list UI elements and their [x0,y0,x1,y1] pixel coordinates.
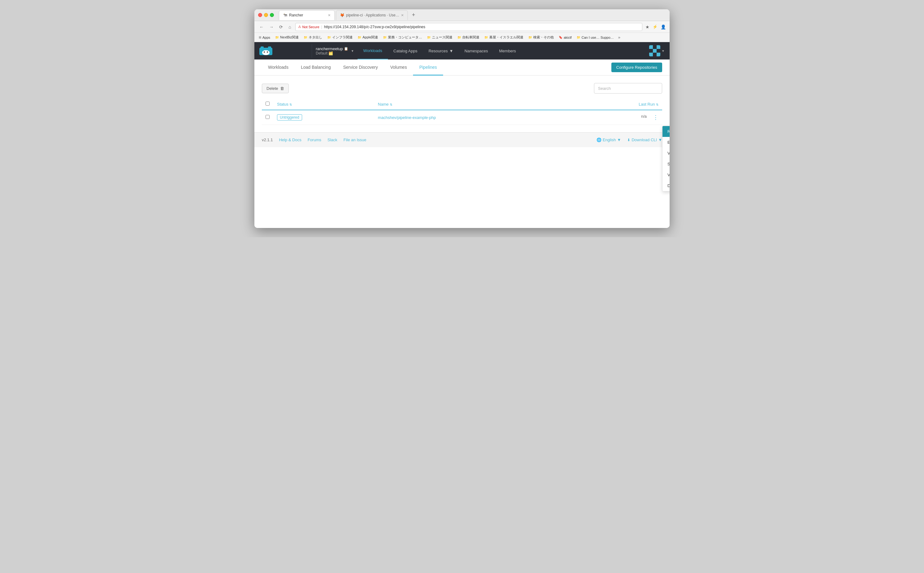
menu-item-setting[interactable]: Setting ⚙ [662,158,670,169]
bookmark-nextbiz[interactable]: 📁 NextBiz関連 [273,34,301,40]
bookmark-apple[interactable]: 📁 Apple関連 [356,34,380,40]
configure-repositories-button[interactable]: Configure Repositories [611,63,662,72]
browser-tab-rancher[interactable]: 🐄 Rancher ✕ [279,10,335,20]
bookmark-apps[interactable]: ⊞ Apps [257,35,272,40]
menu-item-view-edit-yaml[interactable]: View/Edit YAML 📄 [662,148,670,158]
nav-resources[interactable]: Resources ▼ [423,42,459,59]
menu-item-view-api[interactable]: View in API 🔗 [662,169,670,180]
nav-catalog-apps[interactable]: Catalog Apps [388,42,423,59]
help-docs-link[interactable]: Help & Docs [279,138,301,142]
toolbar: Delete 🗑 [262,83,662,94]
pipeline-link[interactable]: machshev/pipeline-example-php [378,115,436,120]
home-button[interactable]: ⌂ [287,23,292,31]
search-wrapper [594,83,662,94]
bookmark-bike[interactable]: 📁 自転車関連 [455,34,481,40]
tab-volumes[interactable]: Volumes [384,60,413,75]
forums-link[interactable]: Forums [308,138,321,142]
bookmark-bike-label: 自転車関連 [462,35,479,40]
bookmark-icon-akictf: 🔖 [558,36,562,39]
bookmark-folder-icon-9: 📁 [528,36,532,39]
menu-item-run[interactable]: Run ▶ [662,126,670,137]
extensions-button[interactable]: ⚡ [653,25,657,29]
language-selector[interactable]: 🌐 English ▼ [596,138,621,142]
tab-close-rancher[interactable]: ✕ [328,13,331,17]
cluster-dropdown-arrow: ▼ [351,49,354,53]
bookmark-button[interactable]: ★ [645,25,649,30]
tab-close-pipeline[interactable]: ✕ [401,13,404,17]
status-badge: Untriggered [277,114,302,121]
download-dropdown-arrow: ▼ [658,138,662,142]
svg-rect-1 [260,47,264,50]
bookmark-infra[interactable]: 📁 インフラ関連 [325,34,355,40]
file-issue-link[interactable]: File an Issue [344,138,367,142]
rancher-logo-icon [259,45,272,56]
cluster-name: ranchermeetup 📋 [316,47,348,51]
bookmark-israel-label: 幕屋・イスラエル関連 [489,35,523,40]
reload-button[interactable]: ⟳ [278,23,284,31]
tab-workloads[interactable]: Workloads [262,60,295,75]
row-checkbox-cell [262,110,273,125]
nav-namespaces[interactable]: Namespaces [459,42,494,59]
close-button[interactable] [258,13,262,17]
menu-item-edit-config[interactable]: Edit Config ✏ [662,137,670,148]
maximize-button[interactable] [270,13,274,17]
download-cli-button[interactable]: ⬇ Download CLI ▼ [627,138,662,142]
user-button[interactable]: 👤 [660,25,666,30]
bookmark-folder-icon-8: 📁 [484,36,488,39]
trash-icon: 🗑 [280,86,284,91]
bookmark-folder-icon-2: 📁 [304,36,307,39]
sub-tabs: Workloads Load Balancing Service Discove… [262,59,443,75]
bookmark-apple-label: Apple関連 [362,35,378,40]
bookmark-search[interactable]: 📁 検索・その他 [526,34,555,40]
warning-icon: ⚠ [298,25,301,29]
svg-point-3 [262,50,270,55]
last-run-column-header[interactable]: Last Run ⇅ [577,99,662,110]
sub-header: Workloads Load Balancing Service Discove… [254,59,670,75]
minimize-button[interactable] [264,13,268,17]
header-right: ▼ [644,45,670,56]
bookmark-news[interactable]: 📁 ニュース関連 [425,34,454,40]
bookmark-folder-icon-10: 📁 [577,36,580,39]
last-run-value: n/a [641,114,647,119]
forward-button[interactable]: → [268,23,275,31]
select-all-checkbox[interactable] [265,102,270,106]
nav-members[interactable]: Members [494,42,521,59]
slack-link[interactable]: Slack [328,138,337,142]
bookmark-search-label: 検索・その他 [533,35,554,40]
bookmark-canuse[interactable]: 📁 Can I use… Suppo… [575,35,616,40]
context-menu-trigger[interactable]: ⋮ [653,114,659,121]
menu-item-delete[interactable]: Delete 🗑 [662,180,670,191]
tab-favicon-pipeline: 🦊 [340,13,344,17]
bookmark-news-label: ニュース関連 [432,35,452,40]
search-input[interactable] [594,83,662,94]
status-column-header[interactable]: Status ⇅ [273,99,374,110]
user-dropdown-arrow[interactable]: ▼ [662,49,665,53]
back-button[interactable]: ← [258,23,265,31]
user-avatar[interactable] [649,45,660,56]
new-tab-button[interactable]: + [409,11,418,19]
tab-pipelines[interactable]: Pipelines [413,60,443,75]
row-checkbox[interactable] [265,115,270,119]
doc-icon: 📋 [344,47,348,51]
tab-load-balancing[interactable]: Load Balancing [295,60,337,75]
bookmark-akictf[interactable]: 🔖 akictf [557,35,574,40]
bookmark-neta[interactable]: 📁 ネタ出し [302,34,324,40]
bookmark-folder-icon-5: 📁 [383,36,387,39]
name-column-header[interactable]: Name ⇅ [374,99,578,110]
table-area: Status ⇅ Name ⇅ Last Run ⇅ [262,99,662,125]
browser-tab-pipeline[interactable]: 🦊 pipeline-ci · Applications · Use… ✕ [336,10,408,20]
tab-title-rancher: Rancher [289,13,326,17]
bookmark-business[interactable]: 📁 業務・コンピュータ… [381,34,424,40]
resources-dropdown-arrow: ▼ [449,49,453,53]
bookmark-israel[interactable]: 📁 幕屋・イスラエル関連 [482,34,525,40]
nav-workloads[interactable]: Workloads [358,42,387,59]
delete-button[interactable]: Delete 🗑 [262,84,289,93]
tab-service-discovery[interactable]: Service Discovery [337,60,384,75]
row-last-run-cell: n/a ⋮ Run ▶ [577,110,662,125]
url-separator: | [321,25,322,29]
footer-left: v2.1.1 Help & Docs Forums Slack File an … [262,138,366,142]
url-bar[interactable]: ⚠ Not Secure | https://104.154.209.148/p… [295,23,642,31]
bookmark-infra-label: インフラ関連 [332,35,353,40]
svg-point-5 [267,52,268,53]
cluster-selector[interactable]: ranchermeetup 📋 Default 🗂️ ▼ [312,44,358,58]
